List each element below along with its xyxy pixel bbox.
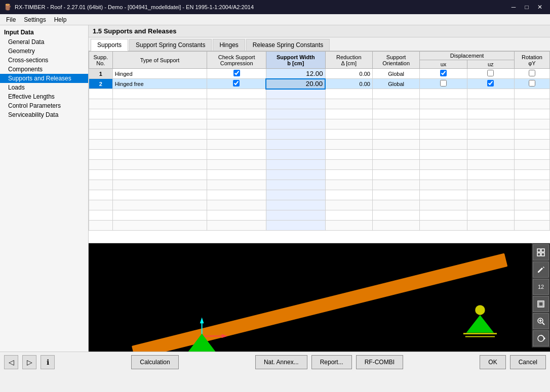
sidebar-item-loads[interactable]: Loads xyxy=(0,83,88,92)
info-btn[interactable]: ℹ xyxy=(41,355,55,369)
report-button[interactable]: Report... xyxy=(311,355,352,369)
maximize-button[interactable]: □ xyxy=(521,2,533,13)
svg-rect-0 xyxy=(89,245,532,352)
window-controls: ─ □ ✕ xyxy=(507,2,546,13)
row-ux xyxy=(420,69,467,79)
row-uz xyxy=(467,69,514,79)
check-compression-checkbox[interactable] xyxy=(233,80,240,86)
row-reduction: 0.00 xyxy=(325,69,372,79)
col-header-displacement: Displacement xyxy=(420,52,515,60)
titlebar: 🪵 RX-TIMBER - Roof - 2.27.01 (64bit) - D… xyxy=(0,0,550,14)
svg-rect-21 xyxy=(541,249,544,252)
svg-point-16 xyxy=(475,305,485,315)
svg-text:12: 12 xyxy=(538,284,544,290)
sidebar-item-geometry[interactable]: Geometry xyxy=(0,47,88,56)
table-row-empty xyxy=(89,150,550,160)
visualization-area: Z xyxy=(89,243,550,352)
row-support-width xyxy=(266,79,325,89)
svg-rect-26 xyxy=(539,302,543,306)
col-header-supp-no: Supp.No. xyxy=(89,52,113,69)
col-header-rotation: RotationφY xyxy=(514,52,549,69)
row-rotation xyxy=(514,69,549,79)
menu-file[interactable]: File xyxy=(2,15,20,24)
beam-visualization: Z xyxy=(89,243,532,352)
col-header-ux: ux xyxy=(420,60,467,69)
calculation-button[interactable]: Calculation xyxy=(131,355,178,369)
sidebar-section-input-data: Input Data xyxy=(0,27,88,37)
table-row-empty xyxy=(89,190,550,200)
sidebar-item-effective-lengths[interactable]: Effective Lengths xyxy=(0,92,88,101)
col-header-reduction: ReductionΔ [cm] xyxy=(325,52,372,69)
numbering-btn[interactable]: 12 xyxy=(533,279,549,295)
app-icon: 🪵 xyxy=(4,4,12,11)
uz-checkbox[interactable] xyxy=(487,70,494,76)
rotation-checkbox[interactable] xyxy=(529,70,535,76)
back-btn[interactable]: ◁ xyxy=(4,355,18,369)
menu-settings[interactable]: Settings xyxy=(20,15,50,24)
col-header-uz: uz xyxy=(467,60,514,69)
col-header-orientation: SupportOrientation xyxy=(372,52,419,69)
svg-rect-23 xyxy=(541,253,544,256)
check-compression-checkbox[interactable] xyxy=(233,70,240,76)
table-row-empty xyxy=(89,170,550,180)
support-width-input[interactable] xyxy=(292,80,323,88)
minimize-button[interactable]: ─ xyxy=(507,2,520,13)
sidebar-item-control-parameters[interactable]: Control Parameters xyxy=(0,101,88,110)
menu-help[interactable]: Help xyxy=(50,15,71,24)
edit-btn[interactable] xyxy=(533,262,549,278)
tab-hinges[interactable]: Hinges xyxy=(213,39,245,51)
table-row[interactable]: 1Hinged0.00Global xyxy=(89,69,550,79)
bottom-bar: ◁ ▷ ℹ Calculation Nat. Annex... Report..… xyxy=(0,352,550,372)
ux-checkbox[interactable] xyxy=(440,70,447,76)
support-width-input[interactable] xyxy=(293,70,323,77)
row-type: Hinged free xyxy=(112,79,207,89)
table-row[interactable]: 2Hinged free0.00Global xyxy=(89,79,550,89)
uz-checkbox[interactable] xyxy=(487,80,494,86)
panel-title: 1.5 Supports and Releases xyxy=(93,27,176,35)
row-support-width xyxy=(266,69,325,79)
svg-rect-22 xyxy=(537,253,540,256)
row-number: 1 xyxy=(89,69,113,79)
table-row-empty xyxy=(89,109,550,119)
row-number: 2 xyxy=(89,79,113,89)
sidebar: Input Data General Data Geometry Cross-s… xyxy=(0,25,89,352)
sidebar-item-components[interactable]: Components xyxy=(0,65,88,74)
tabs-bar: Supports Support Spring Constants Hinges… xyxy=(89,37,550,51)
tab-release-spring-constants[interactable]: Release Spring Constants xyxy=(246,39,330,51)
sidebar-item-general-data[interactable]: General Data xyxy=(0,37,88,47)
row-orientation: Global xyxy=(372,69,419,79)
svg-marker-32 xyxy=(544,337,545,340)
col-header-width: Support Widthb [cm] xyxy=(266,52,325,69)
view-btn[interactable] xyxy=(533,296,549,312)
zoom-btn[interactable] xyxy=(533,313,549,329)
svg-rect-20 xyxy=(537,249,540,252)
tab-supports[interactable]: Supports xyxy=(91,39,128,51)
tab-support-spring-constants[interactable]: Support Spring Constants xyxy=(129,39,212,51)
col-header-type: Type of Support xyxy=(112,52,207,69)
row-reduction: 0.00 xyxy=(325,79,372,89)
supports-table: Supp.No. Type of Support Check SupportCo… xyxy=(89,51,550,231)
menubar: File Settings Help xyxy=(0,14,550,25)
ok-button[interactable]: OK xyxy=(480,355,505,369)
col-header-check: Check SupportCompression xyxy=(207,52,266,69)
rf-combi-button[interactable]: RF-COMBI xyxy=(356,355,403,369)
rotate-btn[interactable] xyxy=(533,330,549,346)
nat-annex-button[interactable]: Nat. Annex... xyxy=(255,355,307,369)
forward-btn[interactable]: ▷ xyxy=(22,355,36,369)
table-row-empty xyxy=(89,200,550,210)
rotation-checkbox[interactable] xyxy=(529,80,535,86)
svg-line-28 xyxy=(542,323,544,325)
ux-checkbox[interactable] xyxy=(440,80,447,86)
sidebar-item-serviceability-data[interactable]: Serviceability Data xyxy=(0,110,88,119)
close-button[interactable]: ✕ xyxy=(534,2,546,13)
cancel-button[interactable]: Cancel xyxy=(510,355,546,369)
sidebar-item-cross-sections[interactable]: Cross-sections xyxy=(0,56,88,65)
table-row-empty xyxy=(89,119,550,129)
table-container: Supp.No. Type of Support Check SupportCo… xyxy=(89,51,550,243)
sidebar-item-supports-and-releases[interactable]: Supports and Releases xyxy=(0,74,88,83)
display-settings-btn[interactable] xyxy=(533,244,549,260)
viz-toolbar: 12 xyxy=(532,243,550,347)
table-row-empty xyxy=(89,129,550,140)
row-type: Hinged xyxy=(112,69,207,79)
row-check-compression xyxy=(207,79,266,89)
